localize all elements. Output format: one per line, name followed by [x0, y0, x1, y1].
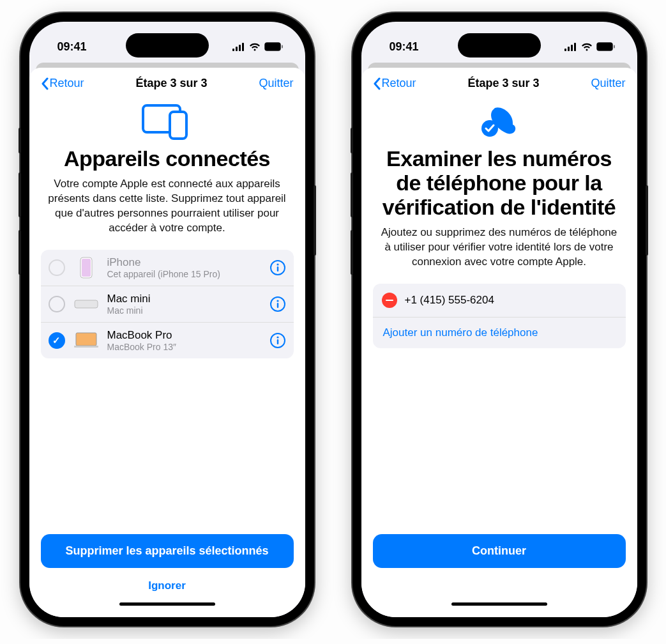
phone-left: 09:41 Retour Étape 3 sur 3 Quitter — [20, 13, 314, 626]
svg-rect-17 — [276, 303, 278, 308]
status-icons — [564, 33, 616, 51]
svg-rect-5 — [266, 44, 279, 50]
signal-icon — [232, 43, 245, 51]
svg-rect-26 — [574, 43, 576, 51]
page-title: Examiner les numéros de téléphone pour l… — [361, 146, 637, 219]
chevron-left-icon — [41, 77, 49, 90]
svg-point-12 — [276, 263, 278, 265]
device-sub: Mac mini — [107, 305, 262, 316]
nav-title: Étape 3 sur 3 — [135, 77, 207, 90]
devices-icon — [139, 103, 195, 140]
page-description: Votre compte Apple est connecté aux appa… — [29, 171, 305, 246]
continue-button[interactable]: Continuer — [373, 534, 626, 568]
device-row-macbook[interactable]: MacBook Pro MacBook Pro 13″ — [41, 322, 294, 358]
phone-row[interactable]: +1 (415) 555-6204 — [373, 284, 626, 317]
sheet: Retour Étape 3 sur 3 Quitter Examiner le… — [361, 68, 637, 617]
page-title: Appareils connectés — [29, 146, 305, 171]
info-icon[interactable] — [269, 332, 286, 349]
svg-rect-22 — [276, 339, 278, 344]
status-icons — [232, 33, 284, 51]
sheet: Retour Étape 3 sur 3 Quitter Appareils c… — [29, 68, 305, 617]
phone-right: 09:41 Retour Étape 3 sur 3 Quitter — [352, 13, 646, 626]
chevron-left-icon — [373, 77, 381, 90]
device-sub: MacBook Pro 13″ — [107, 342, 262, 352]
phone-list: +1 (415) 555-6204 Ajouter un numéro de t… — [373, 284, 626, 348]
remove-devices-button[interactable]: Supprimer les appareils sélectionnés — [41, 534, 294, 568]
dynamic-island — [458, 33, 541, 57]
status-time: 09:41 — [390, 31, 419, 54]
svg-rect-23 — [564, 49, 566, 51]
nav-bar: Retour Étape 3 sur 3 Quitter — [361, 68, 637, 94]
svg-rect-2 — [239, 45, 241, 51]
back-label: Retour — [50, 77, 84, 90]
svg-rect-3 — [242, 43, 244, 51]
svg-rect-14 — [75, 300, 98, 308]
svg-point-21 — [276, 336, 278, 338]
home-indicator[interactable] — [451, 602, 547, 606]
device-name: MacBook Pro — [107, 329, 262, 342]
back-button[interactable]: Retour — [41, 77, 84, 90]
info-icon[interactable] — [269, 259, 286, 276]
svg-rect-24 — [568, 47, 570, 51]
svg-rect-6 — [282, 45, 283, 49]
back-button[interactable]: Retour — [373, 77, 416, 90]
info-icon[interactable] — [269, 296, 286, 312]
quit-button[interactable]: Quitter — [259, 77, 293, 90]
add-phone-button[interactable]: Ajouter un numéro de téléphone — [373, 317, 626, 348]
hero-icon — [29, 103, 305, 140]
verified-phone-icon — [477, 103, 522, 140]
svg-rect-28 — [598, 44, 611, 50]
svg-rect-19 — [74, 346, 98, 348]
device-checkbox[interactable] — [49, 332, 65, 349]
device-sub: Cet appareil (iPhone 15 Pro) — [107, 269, 262, 279]
svg-rect-0 — [232, 49, 234, 51]
svg-rect-13 — [276, 266, 278, 272]
device-name: Mac mini — [107, 293, 262, 305]
svg-rect-25 — [571, 45, 573, 51]
battery-icon — [264, 42, 284, 51]
device-checkbox[interactable] — [49, 296, 65, 312]
nav-bar: Retour Étape 3 sur 3 Quitter — [29, 68, 305, 94]
device-row-iphone: iPhone Cet appareil (iPhone 15 Pro) — [41, 250, 294, 286]
svg-rect-10 — [82, 259, 91, 277]
device-name: iPhone — [107, 256, 262, 269]
device-list: iPhone Cet appareil (iPhone 15 Pro) Mac … — [41, 250, 294, 358]
quit-button[interactable]: Quitter — [591, 77, 625, 90]
svg-rect-8 — [170, 112, 186, 139]
home-indicator[interactable] — [119, 602, 215, 606]
wifi-icon — [581, 43, 593, 51]
device-row-macmini[interactable]: Mac mini Mac mini — [41, 286, 294, 322]
macmini-icon — [73, 293, 100, 315]
dynamic-island — [126, 33, 209, 57]
nav-title: Étape 3 sur 3 — [467, 77, 539, 90]
iphone-icon — [73, 257, 100, 279]
signal-icon — [564, 43, 577, 51]
hero-icon — [361, 103, 637, 140]
svg-rect-1 — [236, 47, 238, 51]
remove-phone-button[interactable] — [382, 293, 397, 308]
svg-point-16 — [276, 300, 278, 302]
svg-rect-18 — [76, 333, 96, 346]
back-label: Retour — [382, 77, 416, 90]
device-checkbox — [49, 259, 65, 276]
screen-left: 09:41 Retour Étape 3 sur 3 Quitter — [29, 22, 305, 617]
screen-right: 09:41 Retour Étape 3 sur 3 Quitter — [361, 22, 637, 617]
wifi-icon — [249, 43, 261, 51]
status-time: 09:41 — [57, 31, 87, 54]
page-description: Ajoutez ou supprimez des numéros de télé… — [361, 219, 637, 280]
battery-icon — [596, 42, 616, 51]
skip-button[interactable]: Ignorer — [29, 572, 305, 600]
phone-number: +1 (415) 555-6204 — [405, 294, 494, 307]
macbook-icon — [73, 330, 100, 351]
svg-rect-29 — [614, 45, 615, 49]
